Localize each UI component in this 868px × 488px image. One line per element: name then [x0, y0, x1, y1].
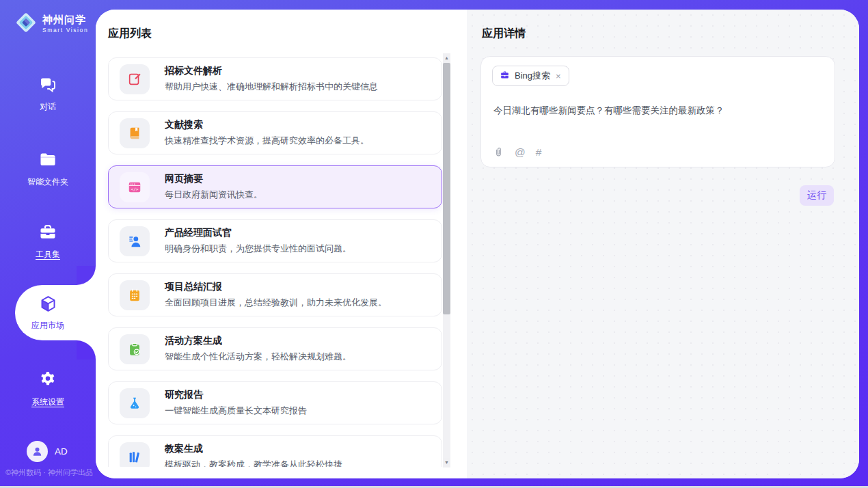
- books-icon: [120, 442, 150, 467]
- hash-topic-icon[interactable]: #: [536, 147, 542, 158]
- folder-icon: [38, 150, 57, 172]
- app-card-desc: 一键智能生成高质量长文本研究报告: [165, 405, 307, 417]
- close-icon[interactable]: ×: [555, 72, 562, 81]
- sidebar-item-label: 对话: [40, 101, 56, 113]
- app-list-scroll-area: 招标文件解析 帮助用户快速、准确地理解和解析招标书中的关键信息 文献搜索: [96, 55, 467, 467]
- user-account[interactable]: AD: [27, 441, 68, 462]
- gear-icon: [38, 370, 57, 392]
- research-report-icon: [120, 388, 150, 418]
- scrollbar[interactable]: ▲ ▼: [443, 53, 450, 467]
- app-card-title: 产品经理面试官: [165, 227, 351, 239]
- app-card-web-summary[interactable]: </> 网页摘要 每日政府新闻资讯快查。: [108, 165, 442, 208]
- app-card-desc: 全面回顾项目进展，总结经验教训，助力未来优化发展。: [165, 297, 387, 309]
- chat-icon: [38, 75, 57, 97]
- app-card-desc: 每日政府新闻资讯快查。: [165, 189, 262, 201]
- scroll-up-arrow-icon[interactable]: ▲: [443, 53, 450, 63]
- app-card-desc: 快速精准查找学术资源，提高研究效率的必备工具。: [165, 135, 369, 147]
- logo-subtitle: Smart Vision: [42, 27, 88, 33]
- run-button[interactable]: 运行: [800, 185, 834, 206]
- avatar: [27, 441, 48, 462]
- app-card-project-summary[interactable]: 项目总结汇报 全面回顾项目进展，总结经验教训，助力未来优化发展。: [108, 273, 442, 316]
- app-window: 神州问学 Smart Vision 对话 智能文件夹: [0, 0, 868, 488]
- app-card-desc: 智能生成个性化活动方案，轻松解决规划难题。: [165, 351, 351, 363]
- diamond-logo-icon: [14, 10, 38, 38]
- logo-title: 神州问学: [42, 14, 88, 26]
- app-card-title: 教案生成: [165, 443, 342, 455]
- notepad-icon: [120, 280, 150, 310]
- app-card-title: 文献搜索: [165, 119, 369, 131]
- app-card-desc: 模板驱动，教案秒成，教学准备从此轻松快捷: [165, 459, 342, 467]
- prompt-card: Bing搜索 × 今日湖北有哪些新闻要点？有哪些需要关注的最新政策？ @ #: [480, 56, 835, 167]
- browser-code-icon: </>: [120, 172, 150, 202]
- sidebar-item-label: 系统设置: [31, 396, 64, 408]
- cube-icon: [39, 295, 57, 316]
- sidebar-item-label: 工具集: [36, 249, 60, 260]
- scroll-down-arrow-icon[interactable]: ▼: [443, 458, 450, 467]
- app-detail-panel: 应用详情 Bing搜索 × 今日湖北有哪些新闻要点？有哪些需要关注的最新政策？: [467, 10, 859, 478]
- app-card-desc: 明确身份和职责，为您提供专业性的面试问题。: [165, 243, 351, 255]
- paperclip-icon[interactable]: [493, 146, 504, 158]
- briefcase-icon: [500, 70, 510, 83]
- notch-curve-top: [77, 266, 96, 285]
- app-card-title: 项目总结汇报: [165, 281, 387, 293]
- prompt-toolbar: @ #: [493, 146, 541, 158]
- app-card-desc: 帮助用户快速、准确地理解和解析招标书中的关键信息: [165, 81, 378, 93]
- app-card-title: 活动方案生成: [165, 335, 351, 347]
- toolbox-icon: [38, 223, 57, 245]
- main-content: 应用列表 招标文件解析 帮助用户快速、准确地理解和解析招标书中的关键信息: [96, 10, 859, 478]
- app-list-panel: 应用列表 招标文件解析 帮助用户快速、准确地理解和解析招标书中的关键信息: [96, 10, 467, 478]
- app-card-research-report[interactable]: 研究报告 一键智能生成高质量长文本研究报告: [108, 381, 442, 424]
- app-detail-title: 应用详情: [482, 27, 526, 41]
- app-card-bid-document-analysis[interactable]: 招标文件解析 帮助用户快速、准确地理解和解析招标书中的关键信息: [108, 57, 442, 100]
- book-icon: [120, 118, 150, 148]
- prompt-input[interactable]: 今日湖北有哪些新闻要点？有哪些需要关注的最新政策？: [493, 105, 824, 117]
- app-card-title: 网页摘要: [165, 173, 262, 185]
- scrollbar-thumb[interactable]: [443, 63, 450, 314]
- app-card-literature-search[interactable]: 文献搜索 快速精准查找学术资源，提高研究效率的必备工具。: [108, 111, 442, 154]
- copyright-footer: ©神州数码 · 神州问学出品: [5, 467, 96, 478]
- interviewer-icon: [120, 226, 150, 256]
- doc-edit-icon: [120, 64, 150, 94]
- user-name: AD: [55, 446, 68, 457]
- app-list-title: 应用列表: [108, 27, 152, 41]
- app-card-pm-interviewer[interactable]: 产品经理面试官 明确身份和职责，为您提供专业性的面试问题。: [108, 219, 442, 262]
- sidebar-item-app-market[interactable]: 应用市场: [0, 295, 96, 331]
- notch-curve-bottom: [77, 340, 96, 360]
- sidebar-item-settings[interactable]: 系统设置: [0, 370, 96, 408]
- app-logo: 神州问学 Smart Vision: [14, 10, 88, 38]
- tool-chip-bing-search[interactable]: Bing搜索 ×: [492, 66, 569, 86]
- app-card-event-plan[interactable]: 活动方案生成 智能生成个性化活动方案，轻松解决规划难题。: [108, 327, 442, 370]
- at-mention-icon[interactable]: @: [515, 147, 526, 158]
- tool-chip-label: Bing搜索: [515, 70, 550, 82]
- sidebar-item-label: 智能文件夹: [27, 176, 68, 188]
- sidebar-item-chat[interactable]: 对话: [0, 75, 96, 113]
- svg-text:</>: </>: [131, 186, 139, 191]
- sidebar-item-label: 应用市场: [31, 320, 64, 331]
- sidebar-item-smart-folder[interactable]: 智能文件夹: [0, 150, 96, 188]
- sidebar-item-toolbox[interactable]: 工具集: [0, 223, 96, 260]
- clipboard-check-icon: [120, 334, 150, 364]
- sidebar: 神州问学 Smart Vision 对话 智能文件夹: [0, 0, 96, 486]
- app-card-lesson-plan[interactable]: 教案生成 模板驱动，教案秒成，教学准备从此轻松快捷: [108, 435, 442, 467]
- app-card-title: 研究报告: [165, 389, 307, 401]
- app-card-title: 招标文件解析: [165, 65, 378, 77]
